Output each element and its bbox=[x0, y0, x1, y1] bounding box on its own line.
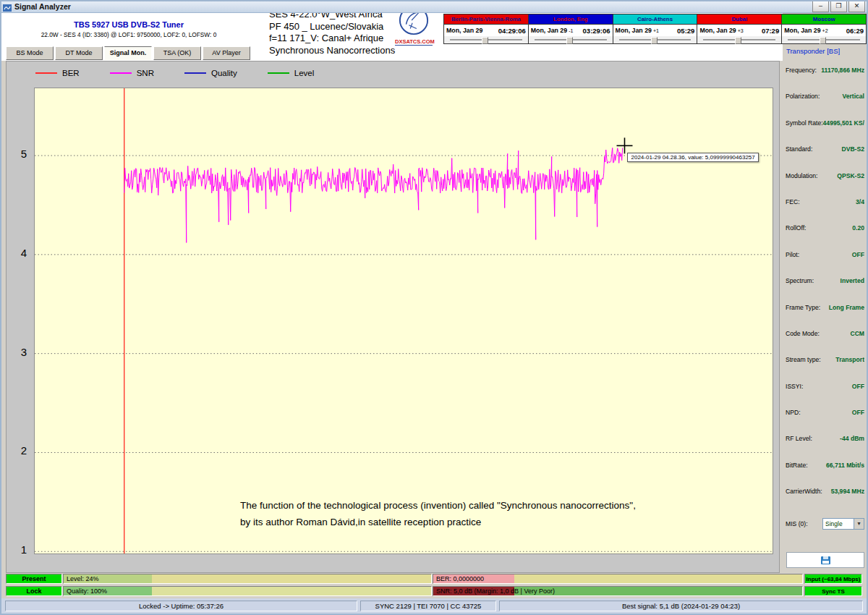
transponder-field-15: BitRate:66,711 Mbit/s bbox=[786, 460, 864, 486]
record-ts-icon bbox=[820, 556, 831, 565]
clock-slider[interactable] bbox=[444, 36, 528, 43]
chart-caption: The function of the technological proces… bbox=[240, 497, 636, 530]
transponder-field-7: Pilot:OFF bbox=[786, 250, 864, 276]
chart-caption-line2: by its author Roman Dávid,in satellite r… bbox=[240, 514, 636, 530]
clock-city: London, Eng bbox=[529, 14, 613, 25]
clock-city: Moscow bbox=[782, 14, 866, 25]
minimize-button[interactable]: – bbox=[812, 1, 829, 12]
tab-bar: BS ModeDT ModeSignal Mon.TSA (OK)AV Play… bbox=[6, 46, 250, 60]
transponder-field-3: Standard:DVB-S2 bbox=[786, 144, 864, 170]
header-line-2: PF 450 _ Lucenec/Slovakia bbox=[269, 21, 395, 33]
lock-indicator: Lock bbox=[6, 586, 62, 596]
status-row-1: Present Level: 24% BER: 0,0000000 Input … bbox=[6, 574, 862, 584]
status-row-2: Lock Quality: 100% SNR: 5,0 dB (Margin: … bbox=[6, 586, 862, 596]
legend-level: Level bbox=[268, 69, 315, 77]
clock-utc-offset: -1 bbox=[569, 28, 573, 33]
clock-2: London, EngMon, Jan 29-103:29:06 bbox=[528, 14, 613, 43]
chart-legend: BERSNRQualityLevel bbox=[35, 66, 314, 80]
maximize-button[interactable]: ❐ bbox=[830, 1, 847, 12]
transponder-field-4: Modulation:QPSK-S2 bbox=[786, 171, 864, 197]
clock-4: DubaiMon, Jan 29+307:29 bbox=[697, 14, 781, 43]
quality-bar: Quality: 100% bbox=[63, 586, 432, 596]
field-value: OFF bbox=[852, 409, 864, 433]
clock-slider[interactable] bbox=[697, 36, 781, 43]
tuner-subtitle: 22.0W - SES 4 (ID: 3380) @ LOF1: 9750000… bbox=[6, 31, 252, 38]
y-tick-3: 3 bbox=[11, 346, 27, 358]
transponder-field-12: ISSYI:OFF bbox=[786, 381, 864, 407]
field-value: 44995,501 KS/s bbox=[823, 119, 864, 144]
transponder-field-0: Frequency:11170,866 MHz bbox=[786, 65, 864, 91]
snr-trace bbox=[124, 148, 623, 242]
field-value: OFF bbox=[852, 251, 864, 276]
input-indicator: Input (~63,84 Mbps) bbox=[804, 574, 862, 584]
capture-box[interactable] bbox=[786, 552, 864, 568]
status-lock-uptime: Locked -> Uptime: 05:37:26 bbox=[5, 601, 357, 611]
legend-quality: Quality bbox=[184, 69, 237, 77]
header-line-3: f=11 171_V: Canal+ Afrique bbox=[269, 33, 395, 45]
status-bar: Locked -> Uptime: 05:37:26 SYNC 2129 | T… bbox=[1, 598, 867, 614]
transponder-field-2: Symbol Rate:44995,501 KS/s bbox=[786, 118, 864, 144]
clock-date: Mon, Jan 29 bbox=[699, 27, 736, 34]
clock-time: 03:29:06 bbox=[583, 27, 610, 35]
field-label: Standard: bbox=[786, 145, 812, 170]
tab-av-player[interactable]: AV Player bbox=[203, 46, 250, 60]
field-value: DVB-S2 bbox=[841, 145, 864, 170]
tab-tsa-ok-[interactable]: TSA (OK) bbox=[153, 46, 201, 60]
legend-line-icon bbox=[184, 72, 206, 74]
y-axis-labels: 12345 bbox=[7, 88, 33, 556]
clock-slider[interactable] bbox=[782, 36, 866, 43]
clock-date: Mon, Jan 29 bbox=[531, 27, 567, 34]
field-label: Modulation: bbox=[786, 172, 817, 197]
clock-datetime: Mon, Jan 29+105:29 bbox=[613, 25, 697, 36]
transponder-fields: Frequency:11170,866 MHzPolarization:Vert… bbox=[786, 65, 864, 513]
field-value: 66,711 Mbit/s bbox=[826, 462, 864, 486]
window-title: Signal Analyzer bbox=[14, 2, 71, 11]
clock-time: 05:29 bbox=[677, 27, 694, 35]
mis-value: Single bbox=[825, 520, 843, 527]
mis-label: MIS (0): bbox=[786, 520, 808, 527]
transponder-field-10: Code Mode:CCM bbox=[786, 328, 864, 355]
tab-bs-mode[interactable]: BS Mode bbox=[6, 46, 54, 60]
clock-slider[interactable] bbox=[613, 36, 697, 43]
legend-label: Quality bbox=[211, 69, 237, 77]
field-value: QPSK-S2 bbox=[837, 172, 864, 197]
transponder-field-13: NPD:OFF bbox=[786, 407, 864, 433]
legend-line-icon bbox=[110, 72, 132, 74]
field-value: Vertical bbox=[842, 93, 864, 117]
titlebar: Signal Analyzer – ❐ ✕ bbox=[0, 0, 868, 13]
tab-dt-mode[interactable]: DT Mode bbox=[55, 46, 103, 60]
close-button[interactable]: ✕ bbox=[848, 1, 865, 12]
field-value: Long Frame bbox=[829, 304, 864, 328]
ber-label: BER: 0,0000000 bbox=[436, 574, 484, 583]
legend-line-icon bbox=[268, 72, 289, 74]
clock-1: Berlin-Paris-Vienna-RomaMon, Jan 2904:29… bbox=[444, 14, 528, 43]
logo-text: DXSATCS.COM bbox=[395, 38, 433, 46]
chevron-down-icon: ▾ bbox=[854, 519, 864, 529]
mis-select[interactable]: Single ▾ bbox=[822, 518, 864, 530]
level-bar: Level: 24% bbox=[63, 574, 432, 584]
clock-slider[interactable] bbox=[529, 36, 613, 43]
tuner-info: TBS 5927 USB DVB-S2 Tuner 22.0W - SES 4 … bbox=[6, 20, 252, 38]
transponder-panel: Transponder [BS] Frequency:11170,866 MHz… bbox=[783, 43, 867, 573]
transponder-field-11: Stream type:Transport bbox=[786, 355, 864, 381]
mis-row: MIS (0): Single ▾ bbox=[786, 518, 864, 530]
header-line-4: Synchronous Nanocorrections bbox=[269, 45, 395, 57]
tab-signal-mon-[interactable]: Signal Mon. bbox=[104, 46, 152, 60]
field-value: 11170,866 MHz bbox=[821, 67, 864, 91]
field-value: OFF bbox=[852, 383, 864, 407]
legend-ber: BER bbox=[35, 69, 80, 77]
plot-area[interactable]: The function of the technological proces… bbox=[34, 88, 773, 554]
field-label: Polarization: bbox=[786, 93, 820, 117]
clock-utc-offset: +1 bbox=[653, 28, 659, 33]
clock-time: 07:29 bbox=[762, 27, 779, 35]
field-label: Code Mode: bbox=[786, 330, 820, 355]
legend-label: Level bbox=[294, 69, 315, 77]
field-value: -44 dBm bbox=[840, 435, 864, 459]
clock-3: Cairo-AthensMon, Jan 29+105:29 bbox=[613, 14, 697, 43]
clock-time: 04:29:06 bbox=[498, 27, 526, 35]
transponder-field-16: CarrierWidth:53,994 MHz bbox=[786, 486, 864, 512]
field-value: 53,994 MHz bbox=[831, 488, 864, 512]
clock-datetime: Mon, Jan 29-103:29:06 bbox=[529, 25, 613, 36]
clock-datetime: Mon, Jan 29+307:29 bbox=[697, 25, 781, 36]
clock-city: Dubai bbox=[697, 14, 781, 25]
